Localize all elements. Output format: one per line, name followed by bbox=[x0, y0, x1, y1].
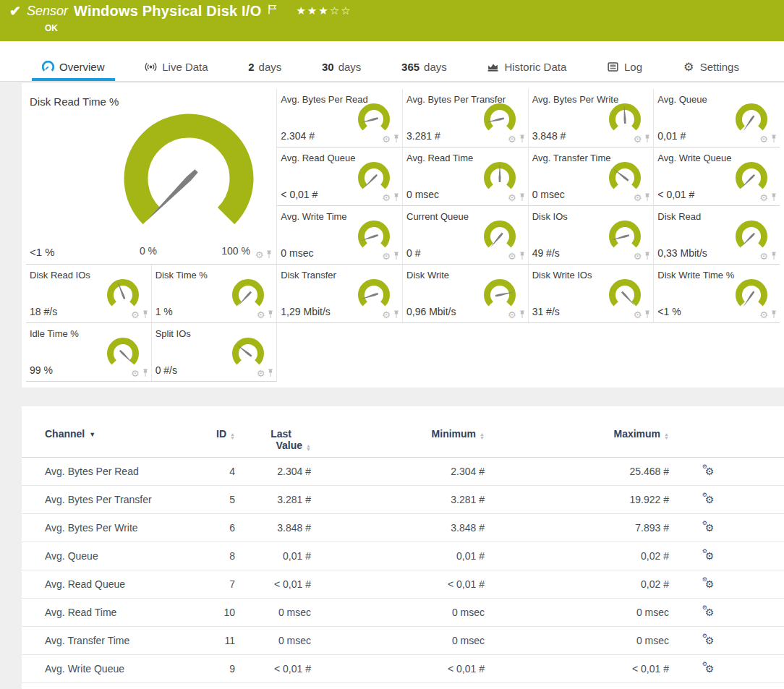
gauge-title: Avg. Queue bbox=[657, 94, 707, 105]
tab-settings[interactable]: ⚙ Settings bbox=[673, 61, 749, 81]
gauge-value: 31 #/s bbox=[532, 306, 560, 317]
tab-live-data[interactable]: Live Data bbox=[135, 61, 218, 81]
gear-icon[interactable]: ⚙ bbox=[382, 194, 391, 202]
gauge-tile: Disk Write IOs 31 #/s ⚙ bbox=[529, 265, 655, 323]
pin-icon[interactable] bbox=[265, 250, 273, 260]
pin-icon[interactable] bbox=[393, 252, 400, 261]
flag-icon[interactable] bbox=[268, 4, 277, 14]
area-chart-icon bbox=[487, 61, 499, 73]
tab-historic-data[interactable]: Historic Data bbox=[477, 61, 576, 81]
gear-icon[interactable]: ⚙ bbox=[257, 369, 265, 378]
table-header: Channel▼ ID▲▼ LastValue▲▼ Minimum▲▼ Maxi… bbox=[22, 428, 784, 458]
gear-icon[interactable]: ⚙ bbox=[634, 252, 642, 261]
pin-icon[interactable] bbox=[644, 310, 651, 320]
gear-icon[interactable]: ⚙ bbox=[634, 135, 642, 144]
gauge-tile: Disk Transfer 1,29 Mbit/s ⚙ bbox=[277, 265, 403, 323]
gear-icon[interactable]: ⚙ bbox=[255, 251, 264, 260]
channel-settings-icon[interactable]: ⚙⚙ bbox=[705, 607, 715, 618]
column-header-minimum[interactable]: Minimum▲▼ bbox=[311, 428, 485, 440]
priority-stars[interactable]: ★★★☆☆ bbox=[296, 4, 351, 17]
channel-settings-icon[interactable]: ⚙⚙ bbox=[705, 663, 715, 675]
table-row: Avg. Bytes Per Write 6 3.848 # 3.848 # 7… bbox=[22, 514, 784, 542]
gear-icon[interactable]: ⚙ bbox=[131, 369, 140, 378]
column-header-last-value[interactable]: LastValue▲▼ bbox=[235, 428, 311, 451]
gauge-tile: Avg. Write Queue < 0,01 # ⚙ bbox=[654, 147, 780, 206]
column-header-channel[interactable]: Channel▼ bbox=[22, 428, 203, 440]
gear-icon[interactable]: ⚙ bbox=[257, 311, 265, 320]
gauge-tile: Avg. Bytes Per Write 3.848 # ⚙ bbox=[529, 89, 655, 147]
column-header-maximum[interactable]: Maximum▲▼ bbox=[485, 428, 669, 440]
stars-empty: ☆☆ bbox=[330, 4, 352, 17]
gear-icon[interactable]: ⚙ bbox=[508, 252, 516, 261]
gauge-tile: Disk Time % 1 % ⚙ bbox=[152, 265, 278, 323]
pin-icon[interactable] bbox=[770, 310, 777, 320]
gauge-tile: Disk IOs 49 #/s ⚙ bbox=[529, 206, 655, 265]
tab-overview[interactable]: Overview bbox=[32, 61, 115, 81]
gauge-icon bbox=[42, 61, 54, 73]
pin-icon[interactable] bbox=[393, 310, 400, 320]
channel-settings-icon[interactable]: ⚙⚙ bbox=[705, 578, 715, 590]
channel-settings-icon[interactable]: ⚙⚙ bbox=[705, 466, 715, 477]
channel-last-value: 0 msec bbox=[235, 635, 311, 646]
gauge-tile: Split IOs 0 #/s ⚙ bbox=[152, 323, 278, 382]
gear-icon[interactable]: ⚙ bbox=[759, 135, 768, 144]
gear-icon[interactable]: ⚙ bbox=[131, 311, 140, 320]
gauge-title: Disk Time % bbox=[155, 270, 208, 281]
pin-icon[interactable] bbox=[142, 369, 149, 378]
tab-log[interactable]: Log bbox=[597, 61, 652, 81]
pin-icon[interactable] bbox=[267, 369, 274, 378]
gauge-min-label: 0 % bbox=[140, 245, 157, 257]
column-header-id[interactable]: ID▲▼ bbox=[203, 428, 235, 440]
channel-name: Avg. Read Time bbox=[22, 607, 203, 618]
gauge-value: 49 #/s bbox=[532, 247, 560, 259]
channel-settings-icon[interactable]: ⚙⚙ bbox=[705, 494, 715, 505]
gear-icon[interactable]: ⚙ bbox=[634, 311, 642, 320]
pin-icon[interactable] bbox=[770, 252, 777, 261]
pin-icon[interactable] bbox=[142, 310, 149, 320]
broadcast-icon bbox=[145, 61, 157, 73]
gauge-value: < 0,01 # bbox=[281, 189, 318, 200]
channel-name: Avg. Bytes Per Transfer bbox=[22, 494, 203, 505]
gear-icon[interactable]: ⚙ bbox=[382, 135, 391, 144]
gear-icon[interactable]: ⚙ bbox=[508, 135, 516, 144]
tab-365-days[interactable]: 365 days bbox=[391, 61, 457, 81]
pin-icon[interactable] bbox=[644, 252, 651, 261]
gauge-tile-primary: Disk Read Time % 0 % 100 % <1 % ⚙ bbox=[26, 89, 277, 265]
channels-table: Channel▼ ID▲▼ LastValue▲▼ Minimum▲▼ Maxi… bbox=[22, 406, 784, 689]
gauge-value: 0 # bbox=[406, 247, 420, 259]
gear-icon[interactable]: ⚙ bbox=[508, 311, 516, 320]
gauges-panel: Disk Read Time % 0 % 100 % <1 % ⚙ Avg. B… bbox=[22, 83, 784, 388]
pin-icon[interactable] bbox=[267, 310, 274, 320]
tab-label: days bbox=[424, 61, 447, 73]
channel-minimum: 3.281 # bbox=[311, 494, 485, 505]
gear-icon[interactable]: ⚙ bbox=[759, 194, 768, 202]
tab-30-days[interactable]: 30 days bbox=[312, 61, 371, 81]
gear-icon[interactable]: ⚙ bbox=[508, 194, 516, 202]
channel-settings-icon[interactable]: ⚙⚙ bbox=[705, 550, 715, 562]
tab-2-days[interactable]: 2 days bbox=[238, 61, 291, 81]
channel-settings-icon[interactable]: ⚙⚙ bbox=[705, 635, 715, 646]
channel-maximum: 25.468 # bbox=[485, 466, 669, 477]
channel-minimum: < 0,01 # bbox=[311, 578, 485, 590]
pin-icon[interactable] bbox=[770, 134, 777, 144]
gear-icon[interactable]: ⚙ bbox=[759, 252, 768, 261]
gear-icon[interactable]: ⚙ bbox=[382, 252, 391, 261]
pin-icon[interactable] bbox=[393, 193, 400, 202]
gauge-title: Avg. Transfer Time bbox=[532, 153, 611, 163]
pin-icon[interactable] bbox=[519, 134, 526, 144]
gear-icon[interactable]: ⚙ bbox=[382, 311, 391, 320]
gear-icon[interactable]: ⚙ bbox=[634, 194, 642, 202]
pin-icon[interactable] bbox=[644, 134, 651, 144]
pin-icon[interactable] bbox=[519, 193, 526, 202]
channel-maximum: < 0,01 # bbox=[485, 663, 669, 675]
gauge-value: <1 % bbox=[30, 246, 55, 258]
pin-icon[interactable] bbox=[519, 310, 526, 320]
gauge-tile: Disk Write Time % <1 % ⚙ bbox=[654, 265, 780, 323]
pin-icon[interactable] bbox=[519, 252, 526, 261]
channel-settings-icon[interactable]: ⚙⚙ bbox=[705, 522, 715, 534]
pin-icon[interactable] bbox=[644, 193, 651, 202]
pin-icon[interactable] bbox=[393, 134, 400, 144]
gear-icon[interactable]: ⚙ bbox=[759, 311, 768, 320]
table-row: Avg. Read Queue 7 < 0,01 # < 0,01 # 0,02… bbox=[22, 570, 784, 599]
pin-icon[interactable] bbox=[770, 193, 777, 202]
